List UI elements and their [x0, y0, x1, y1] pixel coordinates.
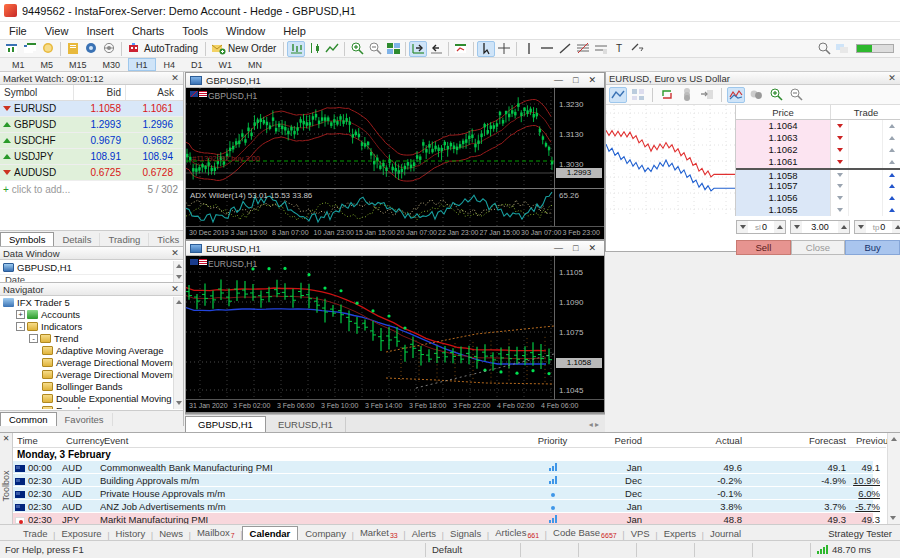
ladder-price[interactable]: 1.1064: [736, 120, 831, 132]
calendar-col-time[interactable]: Time: [13, 433, 62, 448]
ladder-price[interactable]: 1.1056: [736, 192, 831, 204]
timeframe-h4[interactable]: H4: [156, 58, 184, 71]
toolbox-tab-vps[interactable]: VPS|: [624, 527, 657, 540]
nav-item-bollinger-bands[interactable]: Bollinger Bands: [0, 380, 183, 392]
nav-item-adaptive-moving-average[interactable]: Adaptive Moving Average: [0, 344, 183, 356]
calendar-scrollbar[interactable]: [887, 433, 900, 525]
navigator-close-icon[interactable]: ✕: [170, 284, 180, 294]
toolbox-tab-articles[interactable]: Articles661|: [488, 526, 546, 540]
bid-row-1.1056[interactable]: 1.1056: [736, 192, 900, 204]
sell-at-price-button[interactable]: [831, 144, 849, 156]
sell-at-price-button[interactable]: [831, 180, 849, 192]
buy-at-price-button[interactable]: [883, 192, 900, 204]
close-icon[interactable]: ✕: [588, 243, 596, 253]
tile-windows-icon[interactable]: [384, 41, 402, 57]
market-watch-column-headers[interactable]: SymbolBidAsk: [0, 85, 183, 101]
timeframe-m15[interactable]: M15: [61, 58, 95, 71]
nav-tab-common[interactable]: Common: [0, 412, 57, 426]
close-button[interactable]: Close: [791, 240, 846, 255]
chart-shift-icon[interactable]: [427, 41, 445, 57]
calendar-col-currency[interactable]: Currency: [62, 433, 100, 448]
expand-toggle-icon[interactable]: +: [16, 310, 25, 319]
toolbox-close-icon[interactable]: ✕: [0, 433, 12, 443]
zoom-in-icon[interactable]: [767, 87, 785, 103]
calendar-col-forecast[interactable]: Forecast: [748, 433, 852, 448]
ladder-price[interactable]: 1.1057: [736, 180, 831, 192]
nav-item-average-directional-movement[interactable]: Average Directional Movement: [0, 368, 183, 380]
calendar-col-period[interactable]: Period: [580, 433, 648, 448]
toolbox-tab-company[interactable]: Company|: [298, 527, 353, 540]
toolbox-tab-code-base[interactable]: Code Base6657|: [546, 526, 624, 540]
autotrading-label[interactable]: AutoTrading: [144, 43, 198, 54]
minimize-icon[interactable]: —: [554, 243, 563, 253]
mw-col-symbol[interactable]: Symbol: [0, 85, 74, 100]
close-icon[interactable]: ✕: [588, 75, 596, 85]
mw-tab-trading[interactable]: Trading: [100, 233, 149, 246]
gbpusd-adx-subwindow[interactable]: ADX Wilder(14) 53.01 15.53 33.8665.26: [186, 188, 604, 226]
toolbox-tab-signals[interactable]: Signals|: [443, 527, 488, 540]
search-icon[interactable]: [815, 41, 833, 57]
toolbox-tab-experts[interactable]: Experts|: [657, 527, 703, 540]
toolbox-tab-journal[interactable]: Journal: [703, 527, 748, 540]
toolbox-tab-news[interactable]: News|: [152, 527, 190, 540]
line-chart-mode-icon[interactable]: [323, 41, 341, 57]
menu-window[interactable]: Window: [217, 23, 274, 39]
adx-scale[interactable]: 65.26: [554, 189, 604, 226]
chart-tab-scroll-arrows[interactable]: ◂ ▸: [589, 420, 605, 432]
menu-insert[interactable]: Insert: [77, 23, 123, 39]
ladder-price[interactable]: 1.1061: [736, 156, 831, 168]
minimize-icon[interactable]: —: [554, 75, 563, 85]
nav-item-envelopes[interactable]: Envelopes: [0, 404, 183, 409]
zoom-out-icon[interactable]: [787, 87, 805, 103]
take-profit-value[interactable]: 0: [880, 222, 885, 232]
horizontal-line-icon[interactable]: [538, 41, 556, 57]
panel-close-icon[interactable]: ✕: [887, 73, 897, 83]
tick-chart-icon[interactable]: [727, 87, 745, 103]
navigator-scrollbar[interactable]: [173, 297, 183, 409]
ladder-price[interactable]: 1.1063: [736, 132, 831, 144]
menu-view[interactable]: View: [36, 23, 78, 39]
timeframe-mn[interactable]: MN: [240, 58, 270, 71]
fibonacci-icon[interactable]: [574, 41, 592, 57]
toolbox-tab-mailbox[interactable]: Mailbox7|: [190, 526, 242, 540]
calendar-col-event[interactable]: Event: [100, 433, 525, 448]
trade-volume-cell[interactable]: [849, 204, 883, 216]
navigator-toggle-icon[interactable]: [82, 41, 100, 57]
maximize-icon[interactable]: □: [573, 75, 578, 85]
nav-item-trend[interactable]: -Trend: [0, 332, 183, 344]
trade-volume-cell[interactable]: [849, 192, 883, 204]
fibo-channel-icon[interactable]: [592, 41, 610, 57]
sell-at-price-button[interactable]: [831, 120, 849, 132]
market-watch-toggle-icon[interactable]: [39, 41, 57, 57]
sell-at-price-button[interactable]: [831, 192, 849, 204]
trade-volume-cell[interactable]: [849, 132, 883, 144]
nav-item-accounts[interactable]: +Accounts: [0, 308, 183, 320]
eurusd-time-axis[interactable]: 31 Jan 20203 Feb 02:003 Feb 06:003 Feb 1…: [186, 399, 604, 412]
mw-col-ask[interactable]: Ask: [126, 85, 178, 100]
nav-item-average-directional-movement[interactable]: Average Directional Movement: [0, 356, 183, 368]
calendar-col-actual[interactable]: Actual: [648, 433, 748, 448]
stop-loss-decrease[interactable]: [737, 221, 748, 233]
expand-toggle-icon[interactable]: -: [16, 322, 25, 331]
market-watch-row-usdchf[interactable]: USDCHF0.96790.9682: [0, 133, 183, 149]
lot-size-increase[interactable]: [838, 221, 849, 233]
eurusd-window-titlebar[interactable]: EURUSD,H1 — □ ✕: [186, 241, 604, 256]
terminal-toggle-icon[interactable]: [100, 41, 118, 57]
eurusd-chart-area[interactable]: 1.11051.10901.10751.10451.1058EURUSD,H1: [186, 256, 604, 399]
menu-file[interactable]: File: [0, 23, 36, 39]
calendar-col-previous[interactable]: Previous: [852, 433, 886, 448]
menu-charts[interactable]: Charts: [123, 23, 173, 39]
data-window-toggle-icon[interactable]: [64, 41, 82, 57]
bid-row-1.1055[interactable]: 1.1055: [736, 204, 900, 216]
lot-size-decrease[interactable]: [791, 221, 802, 233]
bid-row-1.1057[interactable]: 1.1057: [736, 180, 900, 192]
timeframe-d1[interactable]: D1: [183, 58, 211, 71]
trade-volume-cell[interactable]: [849, 156, 883, 168]
market-watch-row-usdjpy[interactable]: USDJPY108.91108.94: [0, 149, 183, 165]
bar-chart-mode-icon[interactable]: [287, 41, 305, 57]
gbpusd-window-titlebar[interactable]: GBPUSD,H1 — □ ✕: [186, 73, 604, 88]
nav-tab-favorites[interactable]: Favorites: [57, 413, 113, 426]
chart-tab-eurusd-h1[interactable]: EURUSD,H1: [266, 417, 346, 432]
menu-tools[interactable]: Tools: [173, 23, 217, 39]
sell-at-price-button[interactable]: [831, 156, 849, 168]
